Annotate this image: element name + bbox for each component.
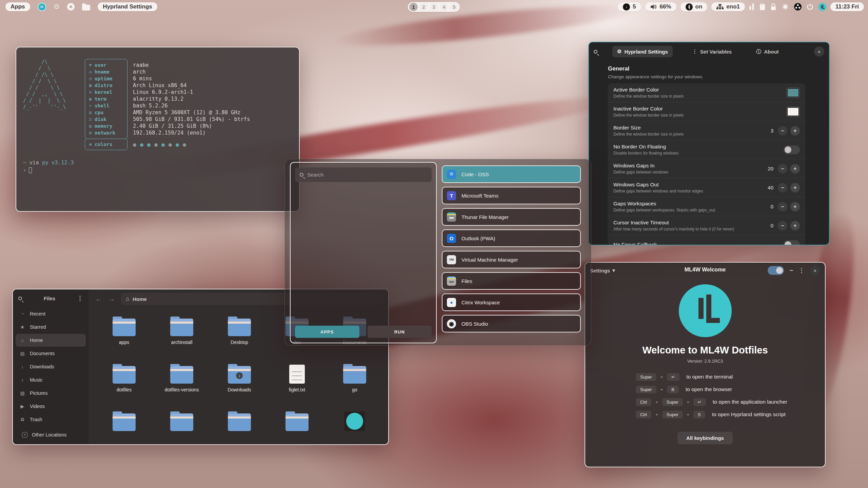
updates-indicator[interactable]: ↓ 5 bbox=[618, 2, 641, 12]
clipboard-icon[interactable] bbox=[760, 3, 765, 11]
launcher-app-item[interactable]: VM Virtual Machine Manager bbox=[442, 251, 581, 268]
search-icon[interactable] bbox=[594, 50, 597, 54]
sidebar-item-other-locations[interactable]: + Other Locations bbox=[18, 428, 83, 441]
file-grid-item[interactable]: figlet.txt bbox=[268, 362, 326, 409]
back-icon[interactable]: ← bbox=[95, 295, 102, 303]
decrement-button[interactable]: − bbox=[778, 221, 787, 230]
color-swatch-button[interactable] bbox=[786, 106, 800, 117]
toggle-switch[interactable] bbox=[784, 240, 800, 245]
stepper-value: 0 bbox=[771, 223, 773, 228]
launcher-app-item[interactable]: T Microsoft Teams bbox=[442, 187, 581, 204]
file-grid-item[interactable]: apps bbox=[95, 314, 153, 362]
settings-menu-button[interactable]: Settings ▾ bbox=[590, 267, 615, 273]
equalizer-icon[interactable] bbox=[749, 3, 754, 11]
sidebar-item-documents[interactable]: ▤ Documents bbox=[16, 347, 86, 360]
decrement-button[interactable]: − bbox=[778, 126, 787, 136]
launcher-app-item[interactable]: ≡ Code - OSS bbox=[442, 165, 581, 183]
launcher-app-item[interactable]: ◉ OBS Studio bbox=[442, 315, 581, 332]
run-tab-button[interactable]: RUN bbox=[368, 326, 432, 338]
gear-icon[interactable]: ⚙ bbox=[54, 3, 60, 11]
increment-button[interactable]: + bbox=[790, 221, 800, 230]
launcher-app-item[interactable]: ▬ Files bbox=[442, 272, 581, 290]
setting-description: Define the window border size in pixels bbox=[613, 132, 771, 137]
ml4w-ai-icon[interactable]: AI bbox=[38, 3, 46, 11]
clock[interactable]: 11:23 Fri bbox=[830, 2, 864, 11]
network-indicator[interactable]: eno1 bbox=[711, 2, 745, 11]
terminal-window[interactable]: /\ / \ / /\ \ / / \ \ / / \ \ / / ,, \ \… bbox=[16, 47, 300, 212]
file-grid-item[interactable]: Desktop bbox=[211, 314, 268, 362]
close-icon[interactable]: × bbox=[814, 46, 824, 57]
folder-icon[interactable] bbox=[82, 5, 90, 11]
file-grid-item[interactable]: dotfiles bbox=[95, 362, 153, 409]
sidebar-item-home[interactable]: ⌂ Home bbox=[16, 334, 86, 347]
color-swatch-button[interactable] bbox=[786, 87, 800, 98]
file-grid-item[interactable] bbox=[211, 409, 268, 445]
info-row: ▦ distro bbox=[88, 82, 124, 89]
sidebar-item-recent[interactable]: ◔ Recent bbox=[16, 307, 86, 320]
sidebar-item-videos[interactable]: ▶ Videos bbox=[16, 400, 86, 413]
hyprland-settings-window[interactable]: ⚙ Hyprland Settings ⋮ Set Variables ⓘ Ab… bbox=[588, 42, 830, 245]
decrement-button[interactable]: − bbox=[778, 183, 787, 192]
settings-tab[interactable]: ⚙ Hyprland Settings bbox=[612, 46, 673, 57]
file-grid-item[interactable]: archinstall bbox=[153, 314, 211, 362]
workspace-button[interactable]: 5 bbox=[450, 3, 458, 11]
bluetooth-indicator[interactable]: on bbox=[680, 2, 708, 12]
forward-icon[interactable]: → bbox=[108, 295, 115, 303]
increment-button[interactable]: + bbox=[790, 126, 800, 136]
launcher-app-item[interactable]: ▬ Thunar File Manager bbox=[442, 208, 581, 226]
sidebar-item-pictures[interactable]: ▧ Pictures bbox=[16, 387, 86, 400]
starburst-icon[interactable] bbox=[782, 3, 789, 11]
file-grid-item[interactable] bbox=[153, 409, 211, 445]
sidebar-item-trash[interactable]: ♻ Trash bbox=[16, 413, 86, 426]
sidebar-item-downloads[interactable]: ↓ Downloads bbox=[16, 360, 86, 373]
all-keybindings-button[interactable]: All keybindings bbox=[677, 432, 733, 444]
workspace-button[interactable]: 1 bbox=[409, 3, 418, 11]
obs-icon[interactable] bbox=[794, 3, 802, 11]
sidebar-item-label: Trash bbox=[30, 417, 42, 422]
launcher-app-item[interactable]: ● Citrix Workspace bbox=[442, 293, 581, 311]
setting-description: Define the window border size in pixels bbox=[613, 113, 786, 118]
sidebar-item-starred[interactable]: ★ Starred bbox=[16, 321, 86, 333]
file-grid-item[interactable] bbox=[268, 409, 326, 445]
chrome-icon[interactable] bbox=[67, 3, 75, 11]
workspace-button[interactable]: 4 bbox=[440, 3, 448, 11]
settings-tab[interactable]: ⋮ Set Variables bbox=[688, 46, 736, 57]
file-grid-item[interactable] bbox=[95, 409, 153, 445]
launcher-app-item[interactable]: O Outlook (PWA) bbox=[442, 229, 581, 247]
search-input[interactable] bbox=[308, 172, 427, 178]
apps-tab-button[interactable]: APPS bbox=[295, 326, 359, 338]
settings-tab[interactable]: ⓘ About bbox=[751, 46, 783, 58]
volume-indicator[interactable]: 66% bbox=[645, 2, 676, 11]
workspace-button[interactable]: 3 bbox=[430, 3, 438, 11]
info-label: memory bbox=[95, 123, 112, 129]
sidebar-item-music[interactable]: ♪ Music bbox=[16, 373, 86, 386]
keybinding-row: Super+↵to open the terminal bbox=[636, 372, 825, 381]
power-icon[interactable] bbox=[807, 3, 813, 11]
workspace-button[interactable]: 2 bbox=[419, 3, 428, 11]
ml4w-welcome-window[interactable]: Settings ▾ ML4W Welcome − ⋮ × Welcome to… bbox=[585, 262, 826, 467]
decrement-button[interactable]: − bbox=[778, 164, 787, 174]
file-grid-item[interactable] bbox=[326, 409, 383, 445]
close-icon[interactable]: × bbox=[810, 265, 820, 276]
menu-kebab-icon[interactable]: ⋮ bbox=[77, 294, 83, 302]
settings-list: Active Border Color Define the window bo… bbox=[608, 83, 805, 245]
file-grid-item[interactable]: dotfiles-versions bbox=[153, 362, 211, 409]
menu-kebab-icon[interactable]: ⋮ bbox=[798, 267, 805, 274]
file-grid-item[interactable]: go bbox=[326, 362, 383, 409]
file-label: Desktop bbox=[231, 340, 248, 345]
ml4w-icon[interactable] bbox=[818, 3, 826, 11]
file-grid-item[interactable]: Downloads bbox=[211, 362, 268, 409]
minimize-icon[interactable]: − bbox=[789, 267, 793, 274]
lock-icon[interactable] bbox=[770, 3, 776, 11]
increment-button[interactable]: + bbox=[790, 202, 800, 211]
autostart-toggle[interactable] bbox=[768, 266, 784, 275]
toggle-switch[interactable] bbox=[784, 145, 800, 154]
increment-button[interactable]: + bbox=[790, 164, 800, 174]
apps-menu-button[interactable]: Apps bbox=[5, 2, 30, 11]
increment-button[interactable]: + bbox=[790, 183, 800, 192]
decrement-button[interactable]: − bbox=[778, 202, 787, 211]
search-icon[interactable] bbox=[18, 297, 22, 300]
launcher-search[interactable] bbox=[295, 167, 432, 182]
welcome-header: Settings ▾ ML4W Welcome − ⋮ × bbox=[585, 263, 825, 278]
terminal-cursor[interactable] bbox=[29, 167, 32, 173]
